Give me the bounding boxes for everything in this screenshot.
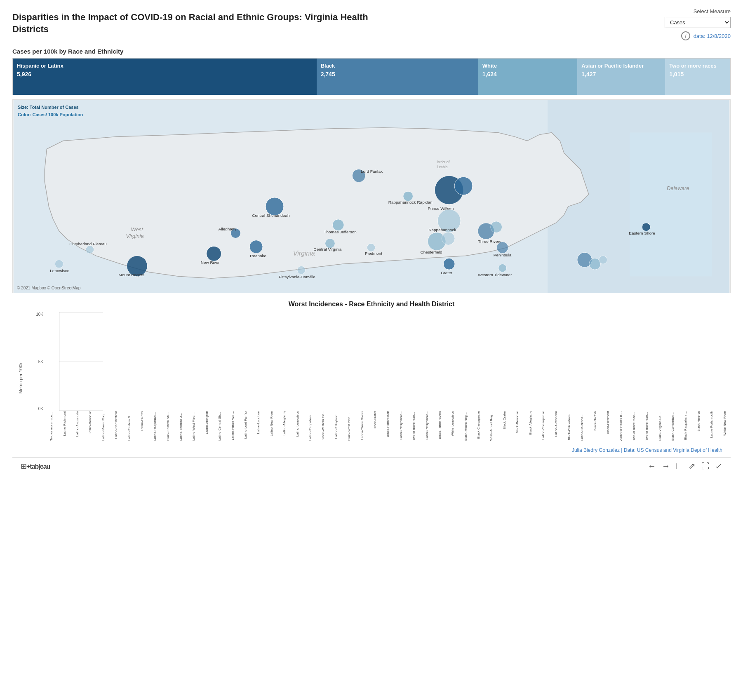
svg-text:Chesterfield: Chesterfield — [420, 250, 442, 254]
x-label-text: White-Lenowisco — [451, 411, 454, 436]
nav-share-button[interactable]: ⇗ — [689, 461, 696, 471]
x-label-text: Latino-Eastern Sho... — [127, 411, 131, 441]
x-label-text: Latino-Lenowisco — [296, 411, 299, 437]
nav-back-button[interactable]: ← — [648, 461, 656, 471]
x-label-item: Black-Mount Rogers — [460, 411, 472, 442]
svg-text:Pittsylvania-Danville: Pittsylvania-Danville — [279, 275, 315, 279]
x-label-text: Black-West Piedmo... — [347, 411, 351, 441]
treemap-cell: Asian or Pacific Islander1,427 — [577, 59, 665, 95]
x-label-text: Latino-Roanoke — [88, 411, 92, 434]
svg-text:Virginia: Virginia — [293, 250, 315, 257]
select-measure-area: Select Measure Cases Deaths Hospitalizat… — [648, 8, 731, 40]
x-label-text: Latino-Central She... — [218, 411, 221, 441]
x-label-text: Latino-Chesterfield — [114, 411, 118, 439]
x-label-text: Black-Portsmouth — [386, 411, 390, 437]
svg-text:istrict of: istrict of — [437, 160, 449, 164]
x-label-item: Latino-Alexandria — [550, 411, 562, 442]
treemap-cell-label: Black — [321, 62, 474, 70]
treemap-cell-value: 5,926 — [17, 70, 313, 79]
x-label-item: Latino-Rappahann... — [304, 411, 316, 442]
main-container: Disparities in the Impact of COVID-19 on… — [0, 0, 743, 700]
x-label-item: Latino-Loudoun — [252, 411, 264, 442]
treemap-cell-label: White — [482, 62, 574, 70]
x-label-item: Black-Roanoke — [511, 411, 523, 442]
svg-point-42 — [86, 245, 94, 254]
x-label-text: Latino-Portsmouth — [710, 411, 713, 438]
x-label-text: Two or more races-... — [49, 411, 53, 441]
treemap-cell-value: 1,427 — [581, 70, 661, 79]
x-label-item: Latino-Roanoke — [84, 411, 96, 442]
bars-area — [59, 312, 103, 411]
x-label-item: Black-Alleghany — [524, 411, 536, 442]
x-label-item: Latino-Central She... — [214, 411, 226, 442]
x-label-item: Black-Pittsylvania... — [395, 411, 407, 442]
svg-point-20 — [332, 219, 344, 231]
x-label-text: Latino-Loudoun — [256, 411, 260, 434]
x-label-item: Black-Crater — [498, 411, 510, 442]
svg-rect-2 — [630, 133, 712, 277]
x-label-text: Latino-Thomas Jeff... — [179, 411, 183, 441]
svg-text:Three Rivers: Three Rivers — [478, 239, 501, 244]
treemap-cell-value: 1,624 — [482, 70, 574, 79]
x-label-text: White-New River — [723, 411, 727, 436]
treemap-cell-value: 1,015 — [669, 70, 726, 79]
x-label-text: Black-Pittsylvania... — [399, 411, 403, 439]
svg-text:Alleghany: Alleghany — [219, 227, 237, 231]
info-icon[interactable]: i — [681, 31, 690, 40]
x-label-item: Black-Henrico — [693, 411, 705, 442]
treemap-container: Hispanic or Latinx5,926Black2,745White1,… — [12, 58, 731, 95]
nav-forward-button[interactable]: → — [662, 461, 670, 471]
svg-point-36 — [442, 232, 455, 245]
x-label-item: Latino-West Piedm... — [188, 411, 200, 442]
select-measure-dropdown[interactable]: Cases Deaths Hospitalizations — [665, 17, 731, 28]
nav-fullscreen-button[interactable]: ⛶ — [701, 461, 710, 471]
chart-footer: Julia Biedry Gonzalez | Data: US Census … — [12, 447, 731, 453]
color-legend-label: Color: Cases/ 100k Population — [18, 111, 83, 119]
header-row: Disparities in the Impact of COVID-19 on… — [12, 8, 731, 40]
x-label-item: Latino-Mount Roge... — [97, 411, 109, 442]
y-axis-label: Metric per 100k — [12, 312, 29, 444]
nav-start-button[interactable]: ⊢ — [676, 461, 683, 471]
x-label-item: Latino-Lord Fairfax — [240, 411, 252, 442]
x-labels-area: Two or more races-...Latino-RichmondLati… — [45, 411, 731, 442]
x-label-text: Black-Crater — [503, 411, 506, 429]
page-title: Disparities in the Impact of COVID-19 on… — [12, 8, 383, 35]
x-label-text: Latino-Richmond — [63, 411, 66, 436]
x-label-item: Latino-Richmond — [58, 411, 70, 442]
x-label-item: Black-Chickahomi... — [563, 411, 575, 442]
x-label-item: Latino-Pittsylvani... — [330, 411, 342, 442]
svg-point-44 — [55, 260, 63, 268]
tableau-logo: ⊞+tab|eau — [21, 461, 50, 471]
svg-text:Mount Rogers: Mount Rogers — [119, 272, 144, 277]
nav-expand-button[interactable]: ⤢ — [715, 461, 722, 471]
svg-point-40 — [207, 246, 221, 261]
svg-point-50 — [443, 258, 455, 270]
tableau-nav: ← → ⊢ ⇗ ⛶ ⤢ — [648, 461, 722, 471]
x-label-text: Black-Alleghany — [529, 411, 532, 435]
x-label-text: Black-Piedmont — [606, 411, 610, 434]
x-label-text: Two or more races-... — [632, 411, 636, 441]
y-tick-10k: 10K — [29, 312, 43, 317]
treemap-cell-label: Two or more races — [669, 62, 726, 70]
y-tick-0k: 0K — [29, 406, 43, 411]
x-label-item: Two or more races-... — [641, 411, 653, 442]
svg-text:lumbia: lumbia — [437, 165, 447, 169]
x-label-item: Black-Norfolk — [589, 411, 601, 442]
svg-point-33 — [367, 244, 375, 252]
svg-point-56 — [599, 256, 607, 264]
svg-point-12 — [454, 177, 473, 195]
svg-text:Roanoke: Roanoke — [250, 254, 266, 258]
x-label-item: Latino-Chesapeake — [537, 411, 549, 442]
x-label-item: Black-Three Rivers — [434, 411, 446, 442]
x-label-text: Black-Crater — [373, 411, 377, 429]
x-label-item: Latino-Portsmouth — [705, 411, 717, 442]
map-legend: Size: Total Number of Cases Color: Cases… — [18, 104, 83, 118]
x-label-item: Black-Eastern Shore — [162, 411, 174, 442]
chart-title: Worst Incidences - Race Ethnicity and He… — [12, 301, 731, 308]
bar-chart-wrapper: Metric per 100k 10K 5K 0K — [12, 312, 731, 444]
x-label-text: Black-Virginia Beach — [658, 411, 662, 441]
x-label-item: Latino-Fairfax — [136, 411, 148, 442]
svg-text:Rappahannock Rapidan: Rappahannock Rapidan — [388, 200, 433, 204]
x-label-item: Black-West Piedmo... — [343, 411, 355, 442]
x-label-item: Latino-Eastern Sho... — [123, 411, 135, 442]
